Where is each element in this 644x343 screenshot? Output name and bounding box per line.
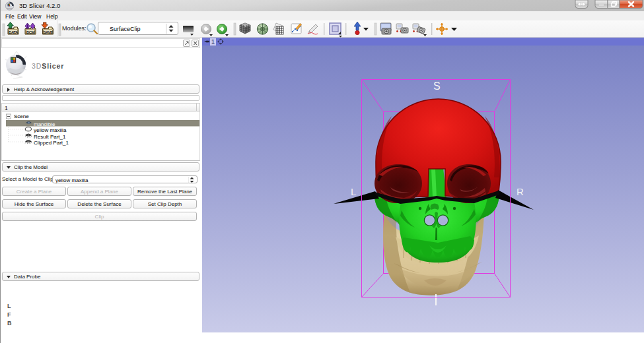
svg-text:R: R xyxy=(517,186,524,197)
svg-text:DATA: DATA xyxy=(9,30,18,34)
svg-text:SAVE: SAVE xyxy=(44,30,53,34)
svg-text:L: L xyxy=(351,186,356,197)
svg-text:S: S xyxy=(433,80,441,92)
svg-text:DCM: DCM xyxy=(26,30,35,34)
